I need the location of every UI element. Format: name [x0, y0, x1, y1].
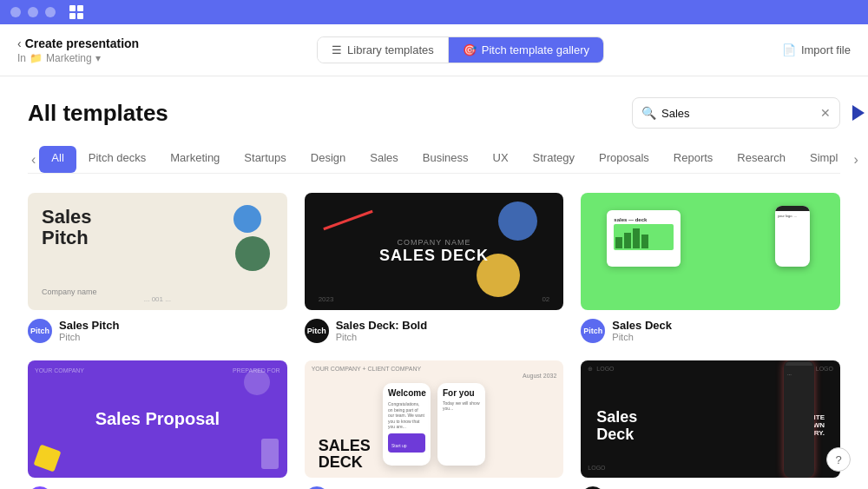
filter-tab-design[interactable]: Design: [299, 146, 358, 173]
sales-deck-green-content: sales — deck your logo. ...: [581, 193, 840, 310]
filter-tab-startups[interactable]: Startups: [232, 146, 298, 173]
app-grid-icon[interactable]: [69, 5, 83, 19]
laptop-screen: sales — deck: [607, 210, 681, 267]
topbar: ‹ Create presentation In 📁 Marketing ▾ ☰…: [0, 24, 868, 76]
pitch-tab-label: Pitch template gallery: [482, 43, 589, 56]
clear-search-button[interactable]: ✕: [820, 106, 831, 120]
circle-shape: [244, 369, 270, 395]
simple-date: August 2032: [523, 373, 556, 379]
import-file-button[interactable]: 📄 Import file: [782, 43, 851, 56]
sales-label: sales — deck: [614, 217, 674, 222]
sales-deck-bold-title: SALES DECK: [379, 247, 489, 265]
async-top-right: LOGO: [816, 366, 833, 372]
proposal-title: Sales Proposal: [95, 409, 220, 429]
filter-tab-strategy[interactable]: Strategy: [521, 146, 587, 173]
folder-name: Marketing: [46, 52, 92, 64]
chevron-down-icon: ▾: [95, 52, 101, 64]
filter-tabs: ‹ All Pitch decks Marketing Startups Des…: [28, 146, 840, 174]
slide-num: 02: [542, 295, 549, 303]
template-card-sales-deck-bold[interactable]: Company Name SALES DECK 2023 02 Pitch Sa…: [305, 193, 564, 343]
template-thumb-sales-proposal: YOUR COMPANY PREPARED FOR Sales Proposal: [28, 360, 287, 478]
phone-mockup: your logo. ...: [775, 206, 810, 267]
start-btn: Start up: [388, 433, 425, 453]
template-name-sales-deck: Sales Deck: [612, 319, 672, 332]
filter-tab-simple[interactable]: Simpl: [798, 146, 851, 173]
folder-icon: 📁: [30, 52, 43, 64]
filter-prev-button[interactable]: ‹: [28, 152, 39, 168]
welcome-label: Welcome: [388, 388, 425, 398]
filter-tab-business[interactable]: Business: [411, 146, 481, 173]
phone-text: Congratulations, on being part of our te…: [388, 401, 425, 430]
async-bottom: LOGO: [588, 465, 605, 471]
library-icon: ☰: [332, 43, 342, 56]
titlebar-dot-1[interactable]: [10, 7, 21, 17]
search-icon: 🔍: [641, 106, 656, 120]
template-card-sales-pitch[interactable]: SalesPitch Company name ... 001 ... Pitc…: [28, 193, 287, 343]
library-tab-label: Library templates: [347, 43, 434, 56]
filter-tab-reports[interactable]: Reports: [661, 146, 726, 173]
filter-tab-marketing[interactable]: Marketing: [158, 146, 232, 173]
template-sub-sales-pitch: Pitch: [59, 332, 119, 342]
filter-tab-sales[interactable]: Sales: [358, 146, 411, 173]
company-name-bold: Company Name: [379, 238, 489, 247]
white-shape: [261, 439, 279, 469]
titlebar-dot-3[interactable]: [45, 7, 56, 17]
pitch-logo-sales-deck: Pitch: [581, 319, 605, 343]
search-input[interactable]: [661, 107, 815, 120]
bar1: [615, 237, 622, 248]
template-thumb-sales-pitch: SalesPitch Company name ... 001 ...: [28, 193, 287, 310]
template-card-async-sales[interactable]: ⊕ LOGO LOGO SalesDeck WRITEYOUR OWNSTORY…: [581, 360, 840, 489]
tab-library-templates[interactable]: ☰ Library templates: [318, 37, 449, 63]
filter-tab-proposals[interactable]: Proposals: [587, 146, 661, 173]
sales-deck-label: SALESDECK: [319, 438, 371, 471]
phone-left: Welcome Congratulations, on being part o…: [383, 383, 431, 466]
template-info-sales-pitch: Pitch Sales Pitch Pitch: [28, 319, 287, 343]
pitch-logo-sales-deck-bold: Pitch: [305, 319, 329, 343]
phones-container: Welcome Congratulations, on being part o…: [383, 383, 485, 466]
template-card-sales-deck[interactable]: sales — deck your logo. ...: [581, 193, 840, 343]
target-icon: ⊕: [588, 366, 593, 373]
back-button[interactable]: ‹ Create presentation: [17, 36, 139, 50]
start-label: Start up: [391, 443, 407, 448]
sales-pitch-title: SalesPitch: [42, 207, 92, 248]
template-name-sales-deck-bold: Sales Deck: Bold: [336, 319, 428, 332]
template-sub-sales-deck-bold: Pitch: [336, 332, 428, 342]
tab-group: ☰ Library templates 🎯 Pitch template gal…: [317, 36, 604, 63]
pitch-logo-sales-pitch: Pitch: [28, 319, 52, 343]
bar3: [633, 228, 640, 248]
import-label: Import file: [801, 43, 851, 56]
bar4: [641, 235, 648, 248]
tab-pitch-gallery[interactable]: 🎯 Pitch template gallery: [449, 37, 603, 63]
async-phone: ...: [784, 360, 814, 478]
templates-grid: SalesPitch Company name ... 001 ... Pitc…: [28, 193, 840, 489]
template-info-sales-deck-bold: Pitch Sales Deck: Bold Pitch: [305, 319, 564, 343]
proposal-header: YOUR COMPANY: [35, 367, 84, 373]
filter-tab-all[interactable]: All: [39, 146, 76, 173]
import-icon: 📄: [782, 43, 796, 56]
async-main-title: SalesDeck: [596, 409, 786, 444]
bar2: [624, 233, 631, 248]
back-chevron-icon: ‹: [17, 36, 22, 50]
phone-right: For you Today we will show you...: [437, 383, 485, 466]
header-row: All templates 🔍 ✕: [28, 97, 840, 129]
filter-next-button[interactable]: ›: [851, 152, 862, 168]
template-card-simple-sales[interactable]: YOUR COMPANY + CLIENT COMPANY August 203…: [305, 360, 564, 489]
page-title: All templates: [28, 100, 168, 127]
pitch-icon: 🎯: [463, 43, 477, 56]
company-name-label: Company name: [42, 287, 97, 296]
titlebar-dot-2[interactable]: [28, 7, 38, 17]
sales-deck-bold-content: Company Name SALES DECK: [379, 238, 489, 265]
help-button[interactable]: ?: [826, 447, 851, 472]
titlebar: [0, 0, 868, 24]
template-card-sales-proposal[interactable]: YOUR COMPANY PREPARED FOR Sales Proposal…: [28, 360, 287, 489]
template-thumb-async-sales: ⊕ LOGO LOGO SalesDeck WRITEYOUR OWNSTORY…: [581, 360, 840, 478]
blue-sphere: [233, 205, 261, 233]
phone-inner: ...: [784, 367, 814, 380]
page-numbers: ... 001 ...: [144, 295, 171, 303]
filter-tab-research[interactable]: Research: [725, 146, 798, 173]
main-content: All templates 🔍 ✕ ‹ All Pitch decks Mark…: [0, 76, 868, 489]
yellow-shape: [33, 444, 61, 472]
filter-tab-pitch-decks[interactable]: Pitch decks: [76, 146, 158, 173]
filter-tab-ux[interactable]: UX: [481, 146, 521, 173]
template-name-sales-pitch: Sales Pitch: [59, 319, 119, 332]
